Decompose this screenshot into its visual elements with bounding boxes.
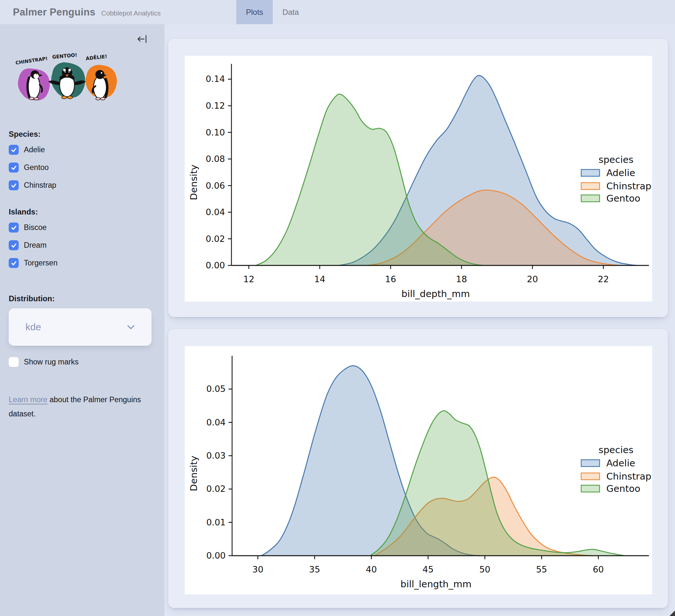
plots-panel: 1214161820220.000.020.040.060.080.100.12…: [164, 24, 675, 616]
legend-swatch-gentoo: [581, 195, 600, 202]
x-axis-label: bill_length_mm: [400, 578, 472, 590]
chinstrap-checkbox-label: Chinstrap: [24, 181, 56, 190]
bill-depth-density-plot: 1214161820220.000.020.040.060.080.100.12…: [185, 56, 652, 301]
legend-label-gentoo: Gentoo: [606, 193, 641, 204]
page-subtitle: Cobblepot Analytics: [101, 9, 160, 17]
chevron-down-icon: [127, 325, 135, 330]
sidebar: CHINSTRAP! GENTOO! ADĒLIE! Species: Adel…: [0, 24, 164, 616]
resize-handle[interactable]: [670, 611, 675, 616]
app-header: Palmer Penguins Cobblepot Analytics Plot…: [0, 0, 675, 24]
legend-swatch-adelie: [581, 460, 600, 467]
adelie-checkbox[interactable]: [9, 145, 19, 155]
adelie-caption: ADĒLIE!: [85, 53, 107, 62]
species-option-gentoo[interactable]: Gentoo: [9, 161, 164, 174]
tab-plots[interactable]: Plots: [236, 0, 273, 24]
biscoe-checkbox-label: Biscoe: [24, 223, 47, 232]
chinstrap-caption: CHINSTRAP!: [15, 56, 48, 65]
y-tick-label: 0.04: [206, 207, 225, 217]
x-tick-label: 30: [252, 564, 264, 574]
chart-canvas: 303540455055600.000.010.020.030.040.05bi…: [185, 346, 652, 594]
bill-length-density-plot: 303540455055600.000.010.020.030.040.05bi…: [185, 346, 652, 594]
dataset-info-text: Learn more about the Palmer Penguins dat…: [9, 393, 147, 421]
island-option-torgersen[interactable]: Torgersen: [9, 256, 164, 270]
nav-tabs: Plots Data: [236, 0, 308, 24]
rug-marks-checkbox[interactable]: [9, 357, 19, 367]
island-option-biscoe[interactable]: Biscoe: [9, 221, 164, 234]
distribution-selected-value: kde: [25, 322, 41, 333]
check-icon: [11, 182, 17, 189]
chinstrap-checkbox[interactable]: [9, 180, 19, 190]
species-label: Species:: [9, 130, 164, 139]
y-tick-label: 0.08: [206, 154, 225, 164]
gentoo-caption: GENTOO!: [52, 52, 77, 60]
legend-swatch-chinstrap: [581, 183, 600, 190]
dream-checkbox-label: Dream: [24, 241, 47, 250]
legend-label-adelie: Adelie: [606, 458, 635, 469]
x-tick-label: 60: [593, 564, 604, 574]
y-tick-label: 0.00: [206, 260, 225, 270]
gentoo-checkbox[interactable]: [9, 162, 19, 173]
check-icon: [11, 164, 17, 171]
distribution-select[interactable]: kde: [9, 308, 151, 346]
sidebar-collapse-row: [0, 24, 164, 44]
legend-label-chinstrap: Chinstrap: [606, 181, 652, 192]
y-tick-label: 0.02: [206, 234, 225, 244]
bill-depth-card: 1214161820220.000.020.040.060.080.100.12…: [168, 39, 668, 317]
learn-more-link[interactable]: Learn more: [9, 395, 48, 404]
rug-marks-option[interactable]: Show rug marks: [9, 355, 164, 369]
y-tick-label: 0.05: [206, 384, 226, 394]
x-tick-label: 50: [479, 564, 490, 574]
torgersen-checkbox-label: Torgersen: [24, 259, 58, 267]
legend-label-gentoo: Gentoo: [606, 483, 641, 494]
distribution-label: Distribution:: [9, 294, 164, 303]
y-axis-label: Density: [188, 456, 199, 491]
legend-swatch-gentoo: [581, 485, 600, 492]
y-tick-label: 0.06: [206, 181, 225, 191]
x-tick-label: 35: [309, 564, 320, 574]
legend-label-chinstrap: Chinstrap: [606, 471, 652, 482]
brand: Palmer Penguins Cobblepot Analytics: [0, 6, 160, 18]
dream-checkbox[interactable]: [9, 240, 19, 250]
x-tick-label: 12: [243, 274, 254, 284]
legend-title: species: [599, 444, 633, 456]
check-icon: [11, 260, 17, 266]
x-axis-label: bill_depth_mm: [401, 288, 470, 299]
legend-label-adelie: Adelie: [606, 167, 635, 178]
app-window: Palmer Penguins Cobblepot Analytics Plot…: [0, 0, 675, 616]
y-tick-label: 0.00: [206, 551, 226, 560]
x-tick-label: 20: [527, 274, 538, 284]
biscoe-checkbox[interactable]: [9, 222, 19, 232]
legend-swatch-chinstrap: [581, 473, 600, 480]
island-option-dream[interactable]: Dream: [9, 238, 164, 252]
adelie-checkbox-label: Adelie: [24, 145, 45, 154]
check-icon: [11, 147, 17, 153]
rug-marks-label: Show rug marks: [24, 358, 79, 366]
legend-title: species: [599, 154, 633, 165]
bill-length-card: 303540455055600.000.010.020.030.040.05bi…: [168, 329, 668, 608]
page-title: Palmer Penguins: [13, 6, 95, 18]
torgersen-checkbox[interactable]: [9, 258, 19, 268]
species-option-chinstrap[interactable]: Chinstrap: [9, 179, 164, 192]
species-option-adelie[interactable]: Adelie: [9, 143, 164, 156]
y-tick-label: 0.10: [206, 127, 225, 137]
penguins-illustration: CHINSTRAP! GENTOO! ADĒLIE!: [12, 49, 120, 109]
check-icon: [11, 242, 17, 249]
check-icon: [11, 224, 17, 231]
gentoo-checkbox-label: Gentoo: [24, 163, 49, 172]
legend-swatch-adelie: [581, 169, 600, 177]
x-tick-label: 18: [456, 274, 467, 284]
chart-canvas: 1214161820220.000.020.040.060.080.100.12…: [185, 56, 652, 301]
y-tick-label: 0.01: [206, 517, 226, 527]
y-tick-label: 0.04: [206, 417, 226, 427]
collapse-sidebar-icon[interactable]: [137, 34, 148, 44]
y-tick-label: 0.03: [206, 451, 226, 461]
x-tick-label: 40: [366, 564, 377, 574]
x-tick-label: 55: [536, 564, 547, 574]
islands-label: Islands:: [9, 207, 164, 216]
tab-data[interactable]: Data: [273, 0, 308, 24]
y-axis-label: Density: [188, 164, 199, 200]
x-tick-label: 22: [598, 274, 609, 284]
x-tick-label: 45: [423, 564, 434, 574]
y-tick-label: 0.12: [206, 100, 225, 111]
y-tick-label: 0.02: [206, 484, 226, 494]
